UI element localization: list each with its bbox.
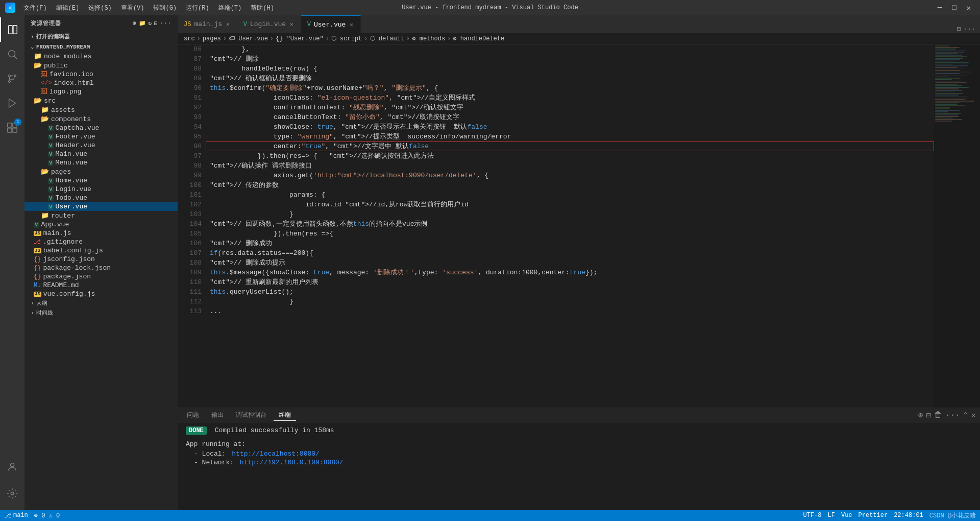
tab-loginvue[interactable]: V Login.vue ✕ xyxy=(237,15,301,33)
terminal-tab-terminal[interactable]: 终端 xyxy=(274,410,296,421)
tree-item-login-vue[interactable]: VLogin.vue xyxy=(24,185,178,194)
menu-view[interactable]: 查看(V) xyxy=(117,3,149,13)
tab-uservue-close[interactable]: ✕ xyxy=(349,20,354,29)
menu-bar[interactable]: 文件(F) 编辑(E) 选择(S) 查看(V) 转到(G) 运行(R) 终端(T… xyxy=(19,3,278,13)
tree-item-package-json[interactable]: {}package.json xyxy=(24,272,178,281)
menu-select[interactable]: 选择(S) xyxy=(84,3,116,13)
terminal-actions[interactable]: ⊕ ⊟ 🗑 ··· ⌃ ✕ xyxy=(918,410,976,420)
code-line-108[interactable]: "cmt">// 删除成功提示 xyxy=(206,258,934,268)
bc-src[interactable]: src xyxy=(184,35,195,42)
terminal-add-icon[interactable]: ⊕ xyxy=(918,410,923,420)
sidebar-header-icons[interactable]: ⊕ 📁 ↻ ⊟ ··· xyxy=(133,20,172,27)
terminal-close-icon[interactable]: ✕ xyxy=(971,410,976,420)
code-line-100[interactable]: "cmt">// 传递的参数 xyxy=(206,180,934,190)
bc-handledelete[interactable]: ⚙ handleDelete xyxy=(453,35,504,42)
menu-run[interactable]: 运行(R) xyxy=(182,3,213,13)
code-line-96[interactable]: center:"true", "cmt">//文字居中 默认false xyxy=(206,141,934,151)
activity-extensions[interactable]: 1 xyxy=(0,115,24,140)
tab-mainjs-close[interactable]: ✕ xyxy=(225,20,231,29)
tree-item-components[interactable]: 📂components xyxy=(24,114,178,124)
code-line-111[interactable]: this.queryUserList(); xyxy=(206,287,934,297)
local-url-link[interactable]: http://localhost:8080/ xyxy=(232,450,320,458)
code-line-93[interactable]: cancelButtonText: "留你小命", "cmt">//取消按钮文字 xyxy=(206,112,934,122)
tree-item-footer-vue[interactable]: VFooter.vue xyxy=(24,132,178,141)
split-editor-icon[interactable]: ⊟ xyxy=(957,25,961,33)
tree-item-index-html[interactable]: </>index.html xyxy=(24,79,178,87)
code-line-88[interactable]: handleDelete(row) { xyxy=(206,64,934,74)
code-line-89[interactable]: "cmt">// 确认框确认是否要删除 xyxy=(206,74,934,83)
terminal-tab-output[interactable]: 输出 xyxy=(206,410,229,420)
tree-item-public[interactable]: 📂public xyxy=(24,61,178,70)
tree-item-babel-config-js[interactable]: JSbabel.config.js xyxy=(24,246,178,255)
code-line-86[interactable]: }, xyxy=(206,44,934,54)
tree-item-jsconfig-json[interactable]: {}jsconfig.json xyxy=(24,255,178,264)
timeline-section[interactable]: › 时间线 xyxy=(24,308,178,318)
tree-item-readme-md[interactable]: M↓README.md xyxy=(24,281,178,290)
activity-settings[interactable] xyxy=(0,481,24,506)
tree-item-user-vue[interactable]: VUser.vue xyxy=(24,202,178,211)
bc-default[interactable]: ⬡ default xyxy=(370,35,405,42)
new-file-icon[interactable]: ⊕ xyxy=(133,20,137,27)
code-line-91[interactable]: iconClass: "el-icon-question", "cmt">//自… xyxy=(206,93,934,103)
network-url-link[interactable]: http://192.168.0.109:8080/ xyxy=(240,459,344,466)
new-folder-icon[interactable]: 📁 xyxy=(139,20,146,27)
code-line-105[interactable]: }).then(res =>{ xyxy=(206,229,934,239)
code-line-95[interactable]: type: "warning", "cmt">//提示类型 success/in… xyxy=(206,132,934,141)
tree-item-assets[interactable]: 📁assets xyxy=(24,105,178,114)
terminal-tab-debug[interactable]: 调试控制台 xyxy=(231,410,272,420)
tab-loginvue-close[interactable]: ✕ xyxy=(289,20,295,29)
tree-item-package-lock-json[interactable]: {}package-lock.json xyxy=(24,264,178,272)
tree-item-logo-png[interactable]: 🖼logo.png xyxy=(24,87,178,96)
activity-account[interactable] xyxy=(0,455,24,479)
open-editors-section[interactable]: › 打开的编辑器 xyxy=(24,31,178,42)
terminal-content[interactable]: DONE Compiled successfully in 158ms App … xyxy=(178,422,980,510)
code-line-87[interactable]: "cmt">// 删除 xyxy=(206,54,934,64)
activity-run-debug[interactable] xyxy=(0,91,24,115)
bc-pages[interactable]: pages xyxy=(203,35,221,42)
tree-item-router[interactable]: 📁router xyxy=(24,211,178,220)
bc-file[interactable]: 🏷 User.vue xyxy=(229,35,268,42)
menu-terminal[interactable]: 终端(T) xyxy=(214,3,246,13)
bc-methods[interactable]: ⚙ methods xyxy=(412,35,445,42)
code-line-102[interactable]: id:row.id "cmt">//id,从row获取当前行的用户id xyxy=(206,200,934,209)
tree-item-favicon-ico[interactable]: 🖼favicon.ico xyxy=(24,70,178,79)
collapse-icon[interactable]: ⊟ xyxy=(154,20,158,27)
code-line-98[interactable]: "cmt">//确认操作 请求删除接口 xyxy=(206,161,934,171)
code-line-104[interactable]: "cmt">// 回调函数,一定要使用箭头函数,不然this的指向不是vue示例 xyxy=(206,219,934,229)
code-content[interactable]: }, "cmt">// 删除 handleDelete(row) { "cmt"… xyxy=(206,44,934,408)
more-actions-icon[interactable]: ··· xyxy=(160,20,172,27)
window-controls[interactable]: ─ □ ✕ xyxy=(934,3,975,13)
window-close[interactable]: ✕ xyxy=(963,3,975,13)
tree-item-todo-vue[interactable]: VTodo.vue xyxy=(24,194,178,202)
tree-item-vue-config-js[interactable]: JSvue.config.js xyxy=(24,290,178,298)
code-line-99[interactable]: axios.get('http:"cmt">//localhost:9090/u… xyxy=(206,171,934,180)
window-maximize[interactable]: □ xyxy=(948,3,960,13)
code-line-106[interactable]: "cmt">// 删除成功 xyxy=(206,239,934,248)
window-minimize[interactable]: ─ xyxy=(934,3,946,13)
bc-script[interactable]: ⬡ script xyxy=(331,35,362,42)
terminal-split-icon[interactable]: ⊟ xyxy=(926,410,931,420)
tree-item-node-modules[interactable]: 📁node_modules xyxy=(24,52,178,61)
menu-edit[interactable]: 编辑(E) xyxy=(52,3,84,13)
tree-item-pages[interactable]: 📂pages xyxy=(24,167,178,176)
activity-explorer[interactable] xyxy=(0,17,24,42)
outline-section[interactable]: › 大纲 xyxy=(24,298,178,308)
refresh-icon[interactable]: ↻ xyxy=(149,20,153,27)
code-line-103[interactable]: } xyxy=(206,209,934,219)
tab-mainjs[interactable]: JS main.js ✕ xyxy=(178,15,237,33)
tree-item-header-vue[interactable]: VHeader.vue xyxy=(24,141,178,150)
code-line-97[interactable]: }).then(res=> { "cmt">//选择确认按钮进入此方法 xyxy=(206,151,934,161)
tree-item-main-vue[interactable]: VMain.vue xyxy=(24,150,178,158)
code-line-113[interactable]: ... xyxy=(206,306,934,316)
tree-item-main-js[interactable]: JSmain.js xyxy=(24,229,178,238)
menu-file[interactable]: 文件(F) xyxy=(19,3,51,13)
code-line-110[interactable]: "cmt">// 重新刷新最新的用户列表 xyxy=(206,277,934,287)
tree-item-app-vue[interactable]: VApp.vue xyxy=(24,220,178,229)
activity-search[interactable] xyxy=(0,42,24,66)
tree-item-menu-vue[interactable]: VMenu.vue xyxy=(24,158,178,167)
code-line-92[interactable]: confirmButtonText: "残忍删除", "cmt">//确认按钮文… xyxy=(206,103,934,112)
code-line-109[interactable]: this.$message({showClose: true, message:… xyxy=(206,268,934,277)
code-line-90[interactable]: this.$confirm("确定要删除"+row.userName+"吗？",… xyxy=(206,83,934,93)
code-line-94[interactable]: showClose: true, "cmt">//是否显示右上角关闭按钮 默认f… xyxy=(206,122,934,132)
terminal-expand-icon[interactable]: ⌃ xyxy=(963,410,968,420)
